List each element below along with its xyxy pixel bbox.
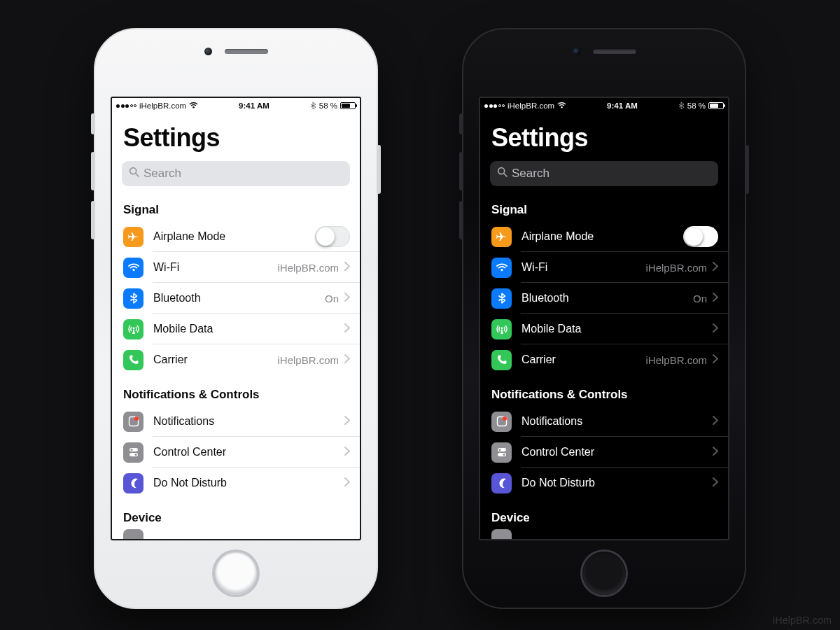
home-button[interactable] [214,552,258,595]
settings-content[interactable]: Settings Search SignalAirplane ModeWi-Fi… [480,113,728,539]
chevron-right-icon [713,261,718,274]
battery-icon [340,102,356,109]
row-cc[interactable]: Control Center [112,437,360,468]
front-camera-icon [573,48,580,55]
row-cc[interactable]: Control Center [480,437,728,468]
row-label: Carrier [153,354,277,366]
chevron-right-icon [344,292,350,304]
search-icon [129,167,139,181]
signal-strength-icon [484,104,505,108]
row-mobiledata[interactable]: Mobile Data [480,314,728,344]
row-label: Bluetooth [153,292,325,304]
row-label: Notifications [153,415,339,428]
row-airplane[interactable]: Airplane Mode [480,221,728,252]
notifications-icon [123,412,144,432]
row-label: Wi-Fi [522,261,645,274]
row-carrier[interactable]: CarrieriHelpBR.com [112,344,360,375]
stage: iHelpBR.com 9:41 AM 58 % Settings Search… [0,0,840,609]
row-label: Notifications [522,415,707,428]
row-airplane[interactable]: Airplane Mode [112,221,360,252]
controlcenter-icon [491,442,512,463]
row-wifi[interactable]: Wi-FiiHelpBR.com [112,252,360,283]
moon-icon [491,473,512,493]
row-peek [480,529,728,539]
chevron-right-icon [344,446,350,458]
row-label: Control Center [153,446,339,458]
iphone-dark: iHelpBR.com 9:41 AM 58 % Settings Search… [462,28,746,609]
row-label: Control Center [522,446,707,458]
section-header-notifications-controls: Notifications & Controls [112,375,360,406]
bluetooth-status-icon [310,101,316,111]
antenna-icon [123,319,144,340]
iphone-light: iHelpBR.com 9:41 AM 58 % Settings Search… [94,28,378,609]
row-label: Do Not Disturb [153,477,339,489]
bluetooth-status-icon [678,101,685,111]
row-label: Do Not Disturb [522,477,707,489]
airplane-icon [123,227,144,247]
row-value: iHelpBR.com [277,262,339,274]
search-icon [497,167,507,181]
row-label: Mobile Data [153,323,339,335]
earpiece-speaker-icon [225,49,268,54]
row-label: Airplane Mode [522,230,683,243]
row-label: Mobile Data [522,323,707,335]
status-time: 9:41 AM [198,102,310,110]
row-wifi[interactable]: Wi-FiiHelpBR.com [480,252,728,283]
mute-switch [459,113,463,134]
volume-up-button [459,152,463,190]
row-value: On [325,293,339,304]
chevron-right-icon [344,261,350,274]
page-title: Settings [480,118,728,161]
status-time: 9:41 AM [566,102,678,110]
chevron-right-icon [344,415,350,428]
wifi-icon [491,258,512,278]
volume-down-button [459,201,463,239]
search-field[interactable]: Search [122,161,350,186]
front-camera-icon [204,48,212,55]
row-label: Wi-Fi [153,261,277,274]
page-title: Settings [112,118,360,161]
chevron-right-icon [713,292,718,304]
row-peek [112,529,360,539]
toggle-airplane[interactable] [315,226,350,247]
volume-up-button [91,152,95,190]
row-value: iHelpBR.com [645,262,707,274]
row-mobiledata[interactable]: Mobile Data [112,314,360,344]
row-bluetooth[interactable]: BluetoothOn [112,283,360,314]
bluetooth-icon [491,288,512,309]
chevron-right-icon [713,477,718,489]
battery-icon [708,102,724,109]
toggle-airplane[interactable] [683,226,718,247]
mute-switch [91,113,95,134]
row-label: Airplane Mode [153,230,315,243]
row-carrier[interactable]: CarrieriHelpBR.com [480,344,728,375]
row-bluetooth[interactable]: BluetoothOn [480,283,728,314]
power-button [377,145,381,194]
row-dnd[interactable]: Do Not Disturb [112,468,360,498]
volume-down-button [91,201,95,239]
search-field[interactable]: Search [490,161,718,186]
home-button[interactable] [582,552,626,595]
phone-icon [491,350,512,370]
wifi-icon [123,258,144,278]
status-bar: iHelpBR.com 9:41 AM 58 % [480,98,728,113]
status-bar: iHelpBR.com 9:41 AM 58 % [112,98,360,113]
screen: iHelpBR.com 9:41 AM 58 % Settings Search… [479,97,729,540]
screen: iHelpBR.com 9:41 AM 58 % Settings Search… [111,97,361,540]
wifi-status-icon [557,102,566,110]
status-carrier: iHelpBR.com [507,102,554,110]
row-notifications[interactable]: Notifications [112,406,360,437]
bluetooth-icon [123,288,144,309]
settings-content[interactable]: Settings Search SignalAirplane ModeWi-Fi… [112,113,360,539]
phone-icon [123,350,144,370]
notifications-icon [491,412,512,432]
row-value: iHelpBR.com [645,354,707,366]
earpiece-speaker-icon [593,49,636,54]
chevron-right-icon [713,446,718,458]
chevron-right-icon [713,415,718,428]
status-battery-text: 58 % [687,102,706,110]
row-dnd[interactable]: Do Not Disturb [480,468,728,498]
generic-icon [123,529,144,539]
row-label: Bluetooth [522,292,693,304]
row-notifications[interactable]: Notifications [480,406,728,437]
